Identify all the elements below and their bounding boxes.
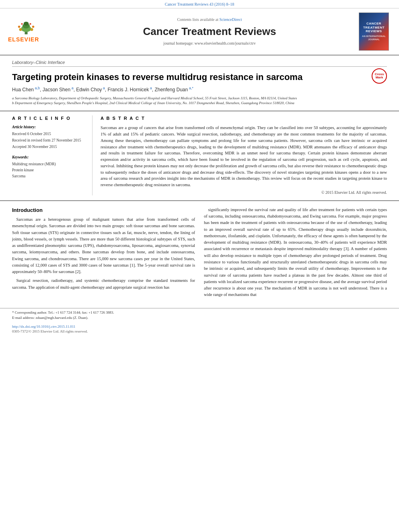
elsevier-wordmark: ELSEVIER xyxy=(8,36,39,44)
journal-cover-thumbnail: CANCERTREATMENTREVIEWS AN INTERNATIONAL … xyxy=(359,12,389,51)
article-info-heading: A R T I C L E I N F O xyxy=(12,115,86,121)
footnote-section: * Corresponding author. Tel.: +1 617 724… xyxy=(0,308,399,322)
introduction-heading: Introduction xyxy=(12,207,195,214)
svg-point-3 xyxy=(24,21,29,25)
authors-line: Hua Chen a,b, Jacson Shen a, Edwin Choy … xyxy=(12,86,368,93)
journal-homepage-url: journal homepage: www.elsevierhealth.com… xyxy=(64,41,355,46)
doi-link[interactable]: http://dx.doi.org/10.1016/j.ctrv.2015.11… xyxy=(12,324,387,329)
journal-name: Cancer Treatment Reviews xyxy=(64,24,355,39)
abstract-text: Sarcomas are a group of cancers that ari… xyxy=(101,125,387,188)
intro-para-2: Surgical resection, radiotherapy, and sy… xyxy=(12,277,195,291)
cover-title-text: CANCERTREATMENTREVIEWS xyxy=(363,22,385,33)
svg-point-9 xyxy=(29,23,31,25)
author-4: Francis J. Hornicek xyxy=(108,87,149,92)
article-header: Laboratory–Clinic Interface Targeting pr… xyxy=(0,55,399,111)
two-column-layout: Introduction Sarcomas are a heterogenous… xyxy=(12,207,387,301)
journal-title-area: Contents lists available at ScienceDirec… xyxy=(64,17,355,46)
intro-text-col1: Sarcomas are a heterogenous group of mal… xyxy=(12,216,195,291)
keyword-3: Sarcoma xyxy=(12,173,86,179)
crossmark-badge[interactable]: CrossMark xyxy=(372,68,387,84)
article-title: Targeting protein kinases to reverse mul… xyxy=(12,72,368,83)
received-revised-date: Received in revised form 27 November 201… xyxy=(12,138,86,143)
article-info-abstract-section: A R T I C L E I N F O Article history: R… xyxy=(0,111,399,201)
body-column-left: Introduction Sarcomas are a heterogenous… xyxy=(12,207,195,301)
svg-point-4 xyxy=(19,28,22,31)
body-section: Introduction Sarcomas are a heterogenous… xyxy=(0,201,399,305)
affil-sup-5: a,* xyxy=(188,86,193,90)
received-date: Received 6 October 2015 xyxy=(12,131,86,137)
issn-text: 0305-7372/© 2015 Elsevier Ltd. All right… xyxy=(12,329,387,334)
affil-sup-3: a xyxy=(102,86,105,90)
svg-point-8 xyxy=(21,23,23,25)
article-history-label: Article history: xyxy=(12,125,86,130)
keyword-1: Multidrug resistance (MDR) xyxy=(12,161,86,167)
affiliation-a: a Sarcoma Biology Laboratory, Department… xyxy=(12,96,387,101)
corresponding-author-note: * Corresponding author. Tel.: +1 617 724… xyxy=(12,310,387,316)
intro-para-1: Sarcomas are a heterogenous group of mal… xyxy=(12,216,195,275)
author-2: Jacson Shen xyxy=(43,87,70,92)
citation-text: Cancer Treatment Reviews 43 (2016) 8–18 xyxy=(165,2,234,6)
section-label: Laboratory–Clinic Interface xyxy=(12,60,387,67)
affil-sup-2: a xyxy=(70,86,74,90)
cover-subtitle: AN INTERNATIONAL JOURNAL xyxy=(361,35,387,41)
affil-sup-4: a xyxy=(149,86,152,90)
email-note: E-mail address: zduan@mgh.harvard.edu (Z… xyxy=(12,315,387,321)
body-column-right: significantly improved the survival rate… xyxy=(204,207,387,301)
intro-text-col2: significantly improved the survival rate… xyxy=(204,207,387,298)
crossmark-area: CrossMark xyxy=(372,68,387,84)
abstract-heading: A B S T R A C T xyxy=(101,115,387,121)
author-1: Hua Chen xyxy=(12,87,34,92)
keywords-label: Keywords: xyxy=(12,155,86,160)
sciencedirect-link-text[interactable]: ScienceDirect xyxy=(219,17,242,22)
article-info-column: A R T I C L E I N F O Article history: R… xyxy=(12,115,93,195)
journal-citation: Cancer Treatment Reviews 43 (2016) 8–18 xyxy=(0,0,399,8)
publisher-logo-area: ELSEVIER xyxy=(8,20,60,44)
svg-point-6 xyxy=(18,25,21,28)
accepted-date: Accepted 30 November 2015 xyxy=(12,144,86,150)
journal-header: ELSEVIER Contents lists available at Sci… xyxy=(0,8,399,55)
svg-point-5 xyxy=(30,28,33,31)
keyword-2: Protein kinase xyxy=(12,167,86,173)
elsevier-logo: ELSEVIER xyxy=(8,20,52,44)
journal-cover-image: CANCERTREATMENTREVIEWS AN INTERNATIONAL … xyxy=(359,12,391,51)
intro-para-col2: significantly improved the survival rate… xyxy=(204,207,387,298)
keywords-list: Multidrug resistance (MDR) Protein kinas… xyxy=(12,161,86,180)
abstract-copyright: © 2015 Elsevier Ltd. All rights reserved… xyxy=(101,190,387,195)
affil-sup-1: a,b xyxy=(34,86,40,90)
doi-section: http://dx.doi.org/10.1016/j.ctrv.2015.11… xyxy=(0,322,399,335)
abstract-column: A B S T R A C T Sarcomas are a group of … xyxy=(101,115,387,195)
svg-point-7 xyxy=(32,25,35,28)
affiliation-b: b Department of Emergency Surgery, ShenZ… xyxy=(12,101,387,106)
crossmark-text: CrossMark xyxy=(375,73,384,80)
author-5: Zhenfeng Duan xyxy=(154,87,188,92)
elsevier-tree-icon xyxy=(8,20,44,35)
author-3: Edwin Choy xyxy=(76,87,102,92)
affiliations: a Sarcoma Biology Laboratory, Department… xyxy=(12,96,387,109)
sciencedirect-notice: Contents lists available at ScienceDirec… xyxy=(64,17,355,23)
